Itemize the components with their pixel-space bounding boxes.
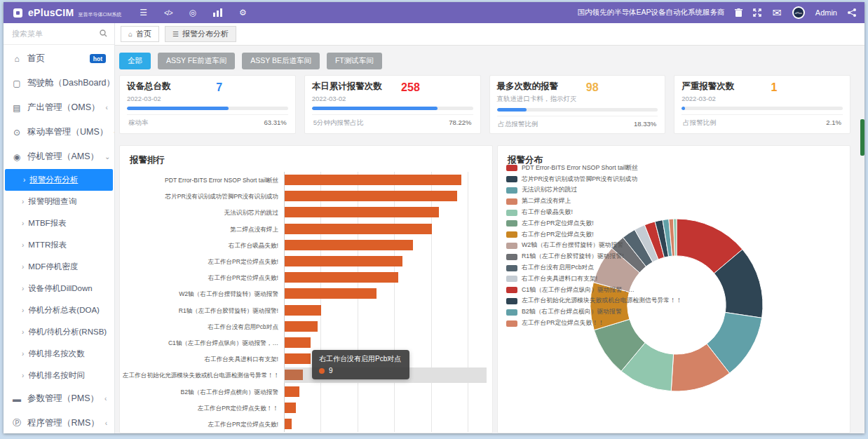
bar-chart-icon[interactable] — [213, 8, 222, 17]
tab-1[interactable]: ☰报警分布分析 — [165, 26, 236, 42]
sidebar-item-label: 产出管理（OMS） — [27, 102, 100, 114]
bar[interactable] — [285, 240, 413, 250]
legend-item-5[interactable]: 左工作台PR定位焊点失败! — [506, 218, 682, 229]
bar-category-label: 右工作台PR定位焊点失败! — [123, 274, 278, 283]
bar[interactable] — [285, 224, 432, 234]
sidebar-subitem-1[interactable]: ›报警明细查询 — [4, 191, 114, 212]
bar[interactable] — [285, 191, 457, 201]
window-frame: ePlusCIM 至普半导体CIM系统 ☰ </> ◎ ⚙ 国内领先的半导体EA… — [0, 0, 868, 439]
sidebar-subitem-label: MDF停机密度 — [28, 262, 78, 272]
main-area: ⌂首页☰报警分布分析 全部ASSY FE前道车间ASSY BE后道车间FT测试车… — [115, 23, 864, 433]
sidebar-item-4[interactable]: ◉停机管理（AMS）⌄ — [4, 144, 114, 169]
bar-category-label: C1轴（左工作台焊点纵向）驱动报警，… — [123, 339, 278, 348]
sidebar-subitem-0[interactable]: ›报警分布分析 — [5, 169, 113, 191]
gear-icon[interactable]: ⚙ — [239, 8, 247, 18]
topbar-menu-icons: ☰ </> ◎ ⚙ — [140, 8, 246, 18]
legend-item-0[interactable]: PDT Error-BITS Error NSOP Short tail断丝 — [506, 163, 682, 174]
sidebar-item-1[interactable]: ▢驾驶舱（DashBoard）‹ — [4, 71, 114, 95]
bar[interactable] — [285, 272, 398, 283]
sidebar-subitem-6[interactable]: ›停机分析总表(DOA) — [4, 299, 114, 321]
filter-button-1[interactable]: ASSY FE前道车间 — [158, 53, 235, 69]
legend-swatch — [506, 243, 517, 249]
legend-item-4[interactable]: 右工作台吸晶失败! — [506, 207, 682, 218]
code-icon[interactable]: </> — [164, 9, 172, 17]
search-input[interactable] — [11, 29, 95, 39]
kpi-subtitle: 2022-03-02 — [681, 95, 843, 102]
sidebar-item-2[interactable]: ▤产出管理（OMS）‹ — [4, 95, 114, 120]
sidebar-item-0[interactable]: ⌂首页hot — [4, 46, 114, 71]
filter-button-3[interactable]: FT测试车间 — [327, 53, 382, 69]
sidebar-search — [4, 23, 114, 45]
sidebar-subitem-4[interactable]: ›MDF停机密度 — [4, 256, 114, 278]
legend-item-6[interactable]: 右工作台PR定位焊点失败! — [506, 229, 682, 241]
share-icon[interactable] — [848, 8, 856, 17]
bar[interactable] — [285, 288, 377, 299]
tooltip-value: 9 — [329, 367, 333, 374]
kpi-progress-bar — [312, 107, 473, 110]
sidebar-subitem-label: 停机/待机分析(RNSB) — [28, 327, 107, 337]
legend-item-2[interactable]: 无法识别芯片的跳过 — [506, 185, 682, 196]
legend-item-11[interactable]: C1轴（左工作台焊点纵向）驱动报警，… — [506, 285, 682, 296]
filter-button-0[interactable]: 全部 — [119, 53, 151, 69]
sidebar-subitem-9[interactable]: ›停机排名按时间 — [4, 365, 114, 386]
kpi-footer-label: 稼动率 — [128, 119, 149, 128]
kpi-progress-bar — [127, 107, 288, 110]
bar[interactable] — [285, 386, 299, 397]
legend-item-10[interactable]: 右工作台夹具进料口有支架! — [506, 273, 682, 285]
target-icon[interactable]: ◎ — [189, 8, 196, 18]
bar[interactable] — [285, 207, 439, 217]
avatar[interactable]: ePlus — [792, 6, 805, 19]
tab-label: 报警分布分析 — [182, 29, 229, 39]
bar[interactable] — [285, 175, 461, 185]
chevron-right-icon: › — [22, 328, 24, 336]
filter-button-2[interactable]: ASSY BE后道车间 — [242, 53, 320, 69]
fullscreen-icon[interactable] — [753, 8, 761, 17]
legend-swatch — [506, 287, 517, 293]
kpi-card-0: 设备总台数2022-03-027稼动率63.31% — [119, 75, 296, 134]
sidebar-subitem-5[interactable]: ›设备停机DillDown — [4, 278, 114, 299]
sidebar-subitem-3[interactable]: ›MTTR报表 — [4, 234, 114, 256]
admin-label[interactable]: Admin — [815, 8, 837, 17]
sidebar-item-label: 首页 — [27, 53, 84, 65]
bar[interactable] — [285, 321, 318, 332]
chart-tooltip: 右工作台没有启用Pcb对点9 — [312, 350, 409, 379]
sidebar-subitem-2[interactable]: ›MTBF报表 — [4, 212, 114, 234]
bar[interactable] — [285, 256, 402, 266]
sidebar-item-3[interactable]: ⊙稼动率管理（UMS）‹ — [4, 120, 114, 144]
sidebar-subitem-label: 设备停机DillDown — [28, 283, 92, 294]
trash-icon[interactable] — [735, 8, 742, 17]
sidebar-item-6[interactable]: Ⓟ程序管理（RMS）‹ — [4, 411, 114, 433]
sidebar-subitem-8[interactable]: ›停机排名按次数 — [4, 343, 114, 365]
legend-swatch — [506, 187, 517, 194]
hamburger-menu-icon[interactable]: ☰ — [140, 8, 147, 18]
bar[interactable] — [285, 337, 311, 348]
sidebar-subitem-7[interactable]: ›停机/待机分析(RNSB) — [4, 321, 114, 343]
bar[interactable] — [285, 353, 311, 364]
legend-swatch — [506, 198, 517, 205]
sidebar-item-5[interactable]: ▬参数管理（PMS）‹ — [4, 386, 114, 411]
legend-item-14[interactable]: 左工作台PR定位焊点失败！！ — [506, 318, 682, 329]
legend-label: 右工作台吸晶失败! — [522, 208, 573, 217]
home-icon: ⌂ — [12, 54, 22, 64]
legend-item-13[interactable]: B2轴（右工作台焊点横向）驱动报警 — [506, 306, 682, 318]
sidebar-subitem-label: 报警分布分析 — [29, 175, 78, 185]
bar-category-label: 左工作台PR定位焊点失败! — [123, 421, 278, 429]
vertical-scrollbar-thumb[interactable] — [860, 119, 864, 156]
legend-item-12[interactable]: 左工作台初始化光源模块失败或机台电源检测信号异常！！ — [506, 296, 682, 307]
alarm-distribution-card: 报警分布 PDT Error-BITS Error NSOP Short tai… — [497, 145, 850, 433]
bar[interactable] — [285, 403, 296, 413]
bar[interactable] — [285, 305, 321, 316]
legend-item-3[interactable]: 第二焊点没有焊上 — [506, 196, 682, 207]
legend-item-8[interactable]: R1轴（左工作台胶臂旋转）驱动报警! — [506, 251, 682, 262]
legend-item-7[interactable]: W2轴（右工作台摆臂旋转）驱动报警 — [506, 241, 682, 252]
bar[interactable] — [285, 370, 303, 380]
search-icon[interactable] — [100, 27, 107, 40]
legend-item-9[interactable]: 右工作台没有启用Pcb对点 — [506, 262, 682, 273]
alarm-ranking-bar-chart: 01020304050PDT Error-BITS Error NSOP Sho… — [120, 146, 492, 433]
legend-item-1[interactable]: 芯片PR没有识别成功管脚PR没有识别成功 — [506, 174, 682, 185]
bar[interactable] — [285, 419, 292, 429]
mail-icon[interactable]: ✉ — [772, 6, 781, 20]
program-icon: Ⓟ — [12, 417, 22, 429]
legend-label: C1轴（左工作台焊点纵向）驱动报警，… — [522, 286, 635, 295]
tab-0[interactable]: ⌂首页 — [121, 26, 159, 42]
